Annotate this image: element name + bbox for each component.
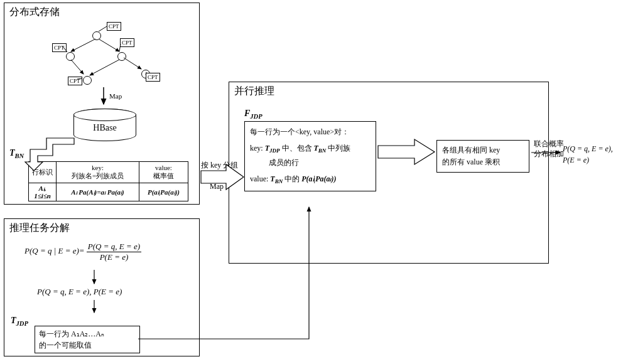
tjdp-box-line2: 的一个可能取值 [39,340,136,351]
tbn-label: TBN [9,148,24,159]
final-output: P(Q = q, E = e), P(E = e) [563,143,613,166]
cpt-label: CPT [146,73,160,82]
map-arrow-label: Map [210,182,224,191]
tbn-r1-right: P(aᵢ|Pa(aᵢ)) [139,183,188,201]
fjdp-valueline: value: TBN 中的 P(aᵢ|Pa(aᵢ)) [250,173,371,187]
cpt-label: CPT [52,43,67,52]
tbn-table: 行标识 key: 列族名=列族成员 value: 概率值 Aᵢ, 1≤i≤n A… [28,161,188,201]
fjdp-sub: JDP [250,113,262,120]
tbn-key-h1: key: [59,164,136,171]
cpt-label: CPT [107,22,121,31]
dag-node [66,52,75,61]
reduce-box: 各组具有相同 key 的所有 value 乘积 [436,140,529,173]
tbn-key-h2: 列族名=列族成员 [59,171,136,181]
dag-node [83,76,92,85]
formula2: P(Q = q, E = e), P(E = e) [37,287,122,297]
fjdp-label: FJDP [244,109,263,120]
group-by-key-label: 按 key 分组 [201,160,238,171]
fjdp-keyline: key: TJDP 中、包含 TBN 中列族 [250,142,371,156]
tbn-rowid-header: 行标识 [29,162,57,183]
tbn-r1-left2: 1≤i≤n [31,192,53,200]
fjdp-f: F [244,109,250,118]
tjdp-box: 每一行为 A₁A₂…Aₙ 的一个可能取值 [35,326,140,353]
tjdp-box-line1: 每一行为 A₁A₂…Aₙ [39,328,136,340]
reduce-arrow-label: Reduce [386,144,408,154]
formula1-left: P(Q = q | E = e)= [24,246,85,255]
fjdp-line1: 每一行为一个<key, value>对： [250,126,371,138]
fjdp-box: 每一行为一个<key, value>对： key: TJDP 中、包含 TBN … [244,121,376,191]
tjdp-label: TJDP [11,316,28,327]
reduce-line2: 的所有 value 乘积 [442,156,524,168]
dag-node [117,52,126,61]
tbn-val-h1: value: [142,164,185,171]
hbase-label: HBase [74,123,136,133]
panel-parallel-inference: 并行推理 FJDP 每一行为一个<key, value>对： key: TJDP… [229,82,549,264]
tbn-sub: BN [15,153,24,159]
reduce-line1: 各组具有相同 key [442,144,524,156]
cpt-label: CPT [68,77,82,85]
tjdp-sub: JDP [16,320,28,327]
panel-distributed-storage: 分布式存储 CPT CPT CPT CPT CPT HBase Map TBN … [4,3,200,205]
formula1-num: P(Q = q, E = e) [87,242,141,252]
formula1: P(Q = q | E = e)= P(Q = q, E = e) P(E = … [24,242,141,262]
tbn-t: T [9,148,15,158]
formula1-den: P(E = e) [87,252,141,262]
fjdp-line3: 成员的行 [250,156,371,169]
final-annotation: 联合概率 分布相加 [534,139,564,159]
panel3-title: 并行推理 [229,82,548,100]
tbn-r1-mid: Aᵢ Pa(Aᵢ)=aᵢ Pa(aᵢ) [57,183,139,201]
panel1-title: 分布式存储 [4,3,199,21]
tbn-r1-left1: Aᵢ, [31,185,53,192]
dag-node [92,31,101,40]
tjdp-t: T [11,316,16,325]
panel2-title: 推理任务分解 [4,219,199,237]
map-label: Map [109,92,122,100]
tbn-val-h2: 概率值 [142,171,185,181]
panel-task-decomposition: 推理任务分解 P(Q = q | E = e)= P(Q = q, E = e)… [4,218,200,356]
hbase-cylinder: HBase [73,109,136,141]
cpt-label: CPT [120,38,134,47]
